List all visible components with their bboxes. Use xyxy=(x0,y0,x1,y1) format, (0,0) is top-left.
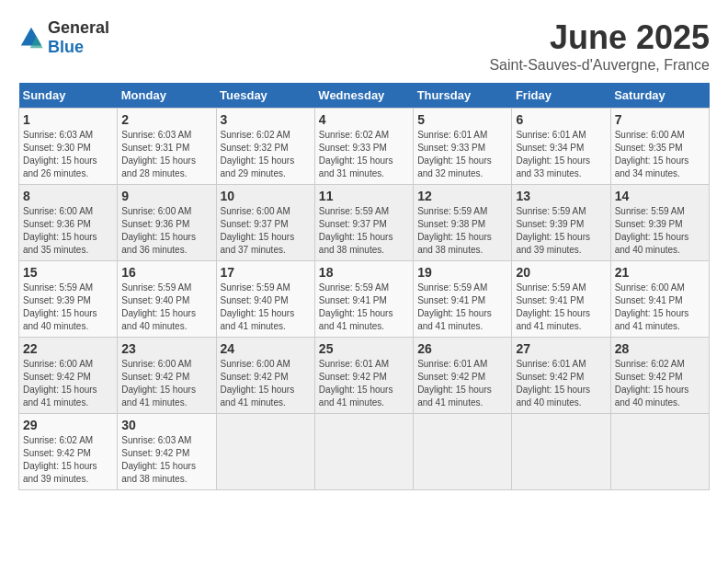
day-number-17: 17 xyxy=(221,265,311,280)
day-number-10: 10 xyxy=(221,189,311,203)
day-info-4: Sunrise: 6:02 AM Sunset: 9:33 PM Dayligh… xyxy=(319,129,409,180)
day-number-1: 1 xyxy=(23,112,113,127)
week-row-1: 1Sunrise: 6:03 AM Sunset: 9:30 PM Daylig… xyxy=(19,109,710,185)
day-number-29: 29 xyxy=(23,418,113,432)
day-number-12: 12 xyxy=(417,189,507,203)
day-cell-14: 14Sunrise: 5:59 AM Sunset: 9:39 PM Dayli… xyxy=(610,185,709,261)
day-number-11: 11 xyxy=(319,189,409,203)
day-cell-30: 30Sunrise: 6:03 AM Sunset: 9:42 PM Dayli… xyxy=(118,414,216,490)
day-info-22: Sunrise: 6:00 AM Sunset: 9:42 PM Dayligh… xyxy=(23,358,113,409)
logo-blue-text: Blue xyxy=(48,38,84,56)
day-number-23: 23 xyxy=(121,341,211,356)
day-info-26: Sunrise: 6:01 AM Sunset: 9:42 PM Dayligh… xyxy=(417,358,507,409)
day-number-21: 21 xyxy=(615,265,705,280)
day-info-11: Sunrise: 5:59 AM Sunset: 9:37 PM Dayligh… xyxy=(319,205,409,257)
day-cell-28: 28Sunrise: 6:02 AM Sunset: 9:42 PM Dayli… xyxy=(610,338,709,414)
day-number-9: 9 xyxy=(121,189,211,203)
weekday-header-wednesday: Wednesday xyxy=(314,83,413,109)
day-cell-3: 3Sunrise: 6:02 AM Sunset: 9:32 PM Daylig… xyxy=(216,109,314,185)
day-info-5: Sunrise: 6:01 AM Sunset: 9:33 PM Dayligh… xyxy=(417,129,507,180)
day-info-9: Sunrise: 6:00 AM Sunset: 9:36 PM Dayligh… xyxy=(121,205,211,257)
empty-cell xyxy=(216,414,314,490)
day-info-24: Sunrise: 6:00 AM Sunset: 9:42 PM Dayligh… xyxy=(221,358,311,409)
day-info-2: Sunrise: 6:03 AM Sunset: 9:31 PM Dayligh… xyxy=(121,129,211,180)
day-info-15: Sunrise: 5:59 AM Sunset: 9:39 PM Dayligh… xyxy=(23,282,113,333)
day-cell-18: 18Sunrise: 5:59 AM Sunset: 9:41 PM Dayli… xyxy=(314,261,413,338)
day-info-29: Sunrise: 6:02 AM Sunset: 9:42 PM Dayligh… xyxy=(23,434,113,486)
title-area: June 2025 Saint-Sauves-d'Auvergne, Franc… xyxy=(489,18,710,74)
day-number-18: 18 xyxy=(319,265,409,280)
day-cell-16: 16Sunrise: 5:59 AM Sunset: 9:40 PM Dayli… xyxy=(118,261,216,338)
day-number-25: 25 xyxy=(319,341,409,356)
header: General Blue June 2025 Saint-Sauves-d'Au… xyxy=(18,18,710,74)
day-cell-4: 4Sunrise: 6:02 AM Sunset: 9:33 PM Daylig… xyxy=(314,109,413,185)
day-info-6: Sunrise: 6:01 AM Sunset: 9:34 PM Dayligh… xyxy=(516,129,606,180)
day-cell-17: 17Sunrise: 5:59 AM Sunset: 9:40 PM Dayli… xyxy=(216,261,314,338)
day-cell-15: 15Sunrise: 5:59 AM Sunset: 9:39 PM Dayli… xyxy=(19,261,118,338)
day-number-15: 15 xyxy=(23,265,113,280)
day-info-30: Sunrise: 6:03 AM Sunset: 9:42 PM Dayligh… xyxy=(121,434,211,486)
weekday-header-saturday: Saturday xyxy=(610,83,709,109)
day-cell-26: 26Sunrise: 6:01 AM Sunset: 9:42 PM Dayli… xyxy=(414,338,512,414)
day-number-4: 4 xyxy=(319,112,409,127)
day-cell-20: 20Sunrise: 5:59 AM Sunset: 9:41 PM Dayli… xyxy=(512,261,610,338)
day-info-1: Sunrise: 6:03 AM Sunset: 9:30 PM Dayligh… xyxy=(23,129,113,180)
day-cell-10: 10Sunrise: 6:00 AM Sunset: 9:37 PM Dayli… xyxy=(216,185,314,261)
day-number-8: 8 xyxy=(23,189,113,203)
weekday-header-sunday: Sunday xyxy=(19,83,118,109)
weekday-header-row: SundayMondayTuesdayWednesdayThursdayFrid… xyxy=(19,83,710,109)
logo: General Blue xyxy=(18,18,109,57)
day-cell-5: 5Sunrise: 6:01 AM Sunset: 9:33 PM Daylig… xyxy=(414,109,512,185)
day-cell-21: 21Sunrise: 6:00 AM Sunset: 9:41 PM Dayli… xyxy=(610,261,709,338)
day-number-28: 28 xyxy=(615,341,705,356)
day-cell-6: 6Sunrise: 6:01 AM Sunset: 9:34 PM Daylig… xyxy=(512,109,610,185)
day-number-6: 6 xyxy=(516,112,606,127)
day-info-3: Sunrise: 6:02 AM Sunset: 9:32 PM Dayligh… xyxy=(221,129,311,180)
weekday-header-thursday: Thursday xyxy=(414,83,512,109)
weekday-header-monday: Monday xyxy=(118,83,216,109)
day-number-30: 30 xyxy=(121,418,211,432)
day-cell-12: 12Sunrise: 5:59 AM Sunset: 9:38 PM Dayli… xyxy=(414,185,512,261)
day-cell-24: 24Sunrise: 6:00 AM Sunset: 9:42 PM Dayli… xyxy=(216,338,314,414)
day-cell-19: 19Sunrise: 5:59 AM Sunset: 9:41 PM Dayli… xyxy=(414,261,512,338)
day-number-14: 14 xyxy=(615,189,705,203)
weekday-header-tuesday: Tuesday xyxy=(216,83,314,109)
weekday-header-friday: Friday xyxy=(512,83,610,109)
week-row-3: 15Sunrise: 5:59 AM Sunset: 9:39 PM Dayli… xyxy=(19,261,710,338)
week-row-2: 8Sunrise: 6:00 AM Sunset: 9:36 PM Daylig… xyxy=(19,185,710,261)
empty-cell xyxy=(610,414,709,490)
day-info-20: Sunrise: 5:59 AM Sunset: 9:41 PM Dayligh… xyxy=(516,282,606,333)
day-number-13: 13 xyxy=(516,189,606,203)
day-number-20: 20 xyxy=(516,265,606,280)
day-info-18: Sunrise: 5:59 AM Sunset: 9:41 PM Dayligh… xyxy=(319,282,409,333)
day-info-21: Sunrise: 6:00 AM Sunset: 9:41 PM Dayligh… xyxy=(615,282,705,333)
day-cell-8: 8Sunrise: 6:00 AM Sunset: 9:36 PM Daylig… xyxy=(19,185,118,261)
day-cell-1: 1Sunrise: 6:03 AM Sunset: 9:30 PM Daylig… xyxy=(19,109,118,185)
empty-cell xyxy=(414,414,512,490)
day-number-27: 27 xyxy=(516,341,606,356)
day-info-17: Sunrise: 5:59 AM Sunset: 9:40 PM Dayligh… xyxy=(221,282,311,333)
day-info-7: Sunrise: 6:00 AM Sunset: 9:35 PM Dayligh… xyxy=(615,129,705,180)
day-number-3: 3 xyxy=(221,112,311,127)
day-number-26: 26 xyxy=(417,341,507,356)
logo-general-text: General xyxy=(48,18,109,37)
empty-cell xyxy=(512,414,610,490)
main-title: June 2025 xyxy=(489,18,710,57)
day-number-24: 24 xyxy=(221,341,311,356)
subtitle: Saint-Sauves-d'Auvergne, France xyxy=(489,57,710,74)
day-number-2: 2 xyxy=(121,112,211,127)
week-row-4: 22Sunrise: 6:00 AM Sunset: 9:42 PM Dayli… xyxy=(19,338,710,414)
day-cell-7: 7Sunrise: 6:00 AM Sunset: 9:35 PM Daylig… xyxy=(610,109,709,185)
day-cell-13: 13Sunrise: 5:59 AM Sunset: 9:39 PM Dayli… xyxy=(512,185,610,261)
day-number-19: 19 xyxy=(417,265,507,280)
day-info-16: Sunrise: 5:59 AM Sunset: 9:40 PM Dayligh… xyxy=(121,282,211,333)
day-number-5: 5 xyxy=(417,112,507,127)
day-number-22: 22 xyxy=(23,341,113,356)
day-info-14: Sunrise: 5:59 AM Sunset: 9:39 PM Dayligh… xyxy=(615,205,705,257)
day-cell-22: 22Sunrise: 6:00 AM Sunset: 9:42 PM Dayli… xyxy=(19,338,118,414)
day-cell-11: 11Sunrise: 5:59 AM Sunset: 9:37 PM Dayli… xyxy=(314,185,413,261)
day-info-8: Sunrise: 6:00 AM Sunset: 9:36 PM Dayligh… xyxy=(23,205,113,257)
day-info-13: Sunrise: 5:59 AM Sunset: 9:39 PM Dayligh… xyxy=(516,205,606,257)
day-info-10: Sunrise: 6:00 AM Sunset: 9:37 PM Dayligh… xyxy=(221,205,311,257)
day-info-19: Sunrise: 5:59 AM Sunset: 9:41 PM Dayligh… xyxy=(417,282,507,333)
